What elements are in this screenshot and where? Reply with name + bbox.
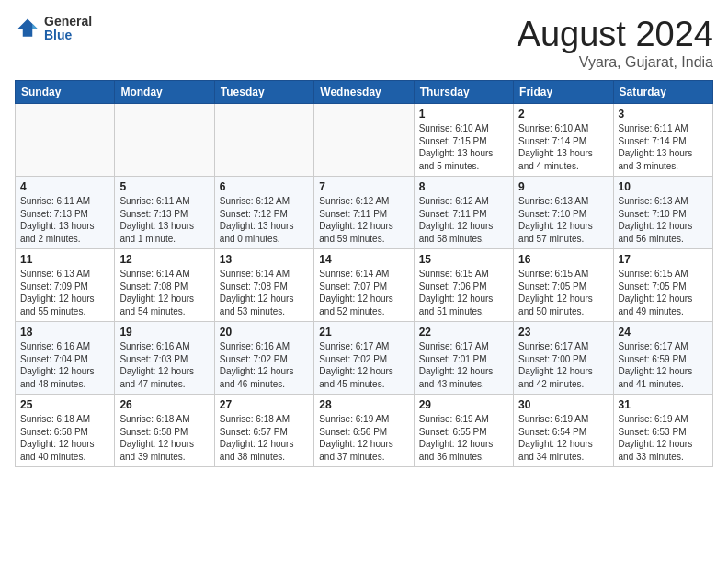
- calendar-table: SundayMondayTuesdayWednesdayThursdayFrid…: [15, 80, 713, 467]
- day-cell: 26Sunrise: 6:18 AM Sunset: 6:58 PM Dayli…: [115, 395, 214, 467]
- svg-marker-1: [32, 24, 37, 29]
- day-info: Sunrise: 6:16 AM Sunset: 7:02 PM Dayligh…: [220, 340, 309, 390]
- day-number: 1: [419, 108, 508, 121]
- day-cell: 22Sunrise: 6:17 AM Sunset: 7:01 PM Dayli…: [414, 322, 513, 395]
- day-cell: 31Sunrise: 6:19 AM Sunset: 6:53 PM Dayli…: [613, 395, 712, 467]
- weekday-header-monday: Monday: [115, 81, 214, 104]
- week-row-1: 1Sunrise: 6:10 AM Sunset: 7:15 PM Daylig…: [16, 104, 713, 177]
- weekday-header-wednesday: Wednesday: [314, 81, 414, 104]
- day-info: Sunrise: 6:16 AM Sunset: 7:04 PM Dayligh…: [20, 340, 109, 390]
- week-row-2: 4Sunrise: 6:11 AM Sunset: 7:13 PM Daylig…: [16, 177, 713, 249]
- day-number: 22: [419, 326, 508, 339]
- day-cell: 24Sunrise: 6:17 AM Sunset: 6:59 PM Dayli…: [613, 322, 712, 395]
- day-info: Sunrise: 6:11 AM Sunset: 7:14 PM Dayligh…: [619, 122, 708, 172]
- day-cell: 5Sunrise: 6:11 AM Sunset: 7:13 PM Daylig…: [115, 177, 214, 249]
- day-cell: 28Sunrise: 6:19 AM Sunset: 6:56 PM Dayli…: [314, 395, 414, 467]
- day-cell: 17Sunrise: 6:15 AM Sunset: 7:05 PM Dayli…: [613, 249, 712, 322]
- day-cell: 13Sunrise: 6:14 AM Sunset: 7:08 PM Dayli…: [214, 249, 313, 322]
- day-number: 23: [518, 326, 608, 339]
- day-number: 26: [119, 398, 209, 411]
- calendar-location: Vyara, Gujarat, India: [518, 54, 713, 71]
- day-number: 12: [119, 253, 209, 266]
- weekday-header-row: SundayMondayTuesdayWednesdayThursdayFrid…: [16, 81, 713, 104]
- day-number: 20: [220, 326, 309, 339]
- day-cell: 9Sunrise: 6:13 AM Sunset: 7:10 PM Daylig…: [514, 177, 613, 249]
- day-cell: [314, 104, 414, 177]
- day-cell: 1Sunrise: 6:10 AM Sunset: 7:15 PM Daylig…: [414, 104, 513, 177]
- title-block: August 2024 Vyara, Gujarat, India: [518, 15, 713, 71]
- day-info: Sunrise: 6:13 AM Sunset: 7:10 PM Dayligh…: [619, 195, 708, 245]
- day-info: Sunrise: 6:11 AM Sunset: 7:13 PM Dayligh…: [119, 195, 209, 245]
- day-cell: 30Sunrise: 6:19 AM Sunset: 6:54 PM Dayli…: [514, 395, 613, 467]
- day-cell: 18Sunrise: 6:16 AM Sunset: 7:04 PM Dayli…: [16, 322, 115, 395]
- day-cell: [214, 104, 313, 177]
- day-info: Sunrise: 6:13 AM Sunset: 7:10 PM Dayligh…: [518, 195, 608, 245]
- day-cell: 16Sunrise: 6:15 AM Sunset: 7:05 PM Dayli…: [514, 249, 613, 322]
- day-info: Sunrise: 6:12 AM Sunset: 7:11 PM Dayligh…: [419, 195, 508, 245]
- day-info: Sunrise: 6:15 AM Sunset: 7:06 PM Dayligh…: [419, 268, 508, 317]
- logo: General Blue: [15, 15, 92, 43]
- day-number: 25: [20, 398, 109, 411]
- logo-icon: [15, 16, 40, 41]
- day-number: 19: [119, 326, 209, 339]
- day-cell: 23Sunrise: 6:17 AM Sunset: 7:00 PM Dayli…: [514, 322, 613, 395]
- day-cell: 4Sunrise: 6:11 AM Sunset: 7:13 PM Daylig…: [16, 177, 115, 249]
- day-info: Sunrise: 6:17 AM Sunset: 7:00 PM Dayligh…: [518, 340, 608, 390]
- day-number: 6: [220, 180, 309, 193]
- day-cell: 10Sunrise: 6:13 AM Sunset: 7:10 PM Dayli…: [613, 177, 712, 249]
- day-cell: 3Sunrise: 6:11 AM Sunset: 7:14 PM Daylig…: [613, 104, 712, 177]
- day-cell: [115, 104, 214, 177]
- day-info: Sunrise: 6:15 AM Sunset: 7:05 PM Dayligh…: [619, 268, 708, 317]
- day-number: 17: [619, 253, 708, 266]
- weekday-header-friday: Friday: [514, 81, 613, 104]
- day-info: Sunrise: 6:15 AM Sunset: 7:05 PM Dayligh…: [518, 268, 608, 317]
- day-info: Sunrise: 6:18 AM Sunset: 6:58 PM Dayligh…: [20, 413, 109, 463]
- day-cell: 25Sunrise: 6:18 AM Sunset: 6:58 PM Dayli…: [16, 395, 115, 467]
- day-info: Sunrise: 6:14 AM Sunset: 7:07 PM Dayligh…: [319, 268, 408, 317]
- day-number: 7: [319, 180, 408, 193]
- day-info: Sunrise: 6:10 AM Sunset: 7:15 PM Dayligh…: [419, 122, 508, 172]
- week-row-4: 18Sunrise: 6:16 AM Sunset: 7:04 PM Dayli…: [16, 322, 713, 395]
- weekday-header-tuesday: Tuesday: [214, 81, 313, 104]
- day-number: 27: [220, 398, 309, 411]
- day-cell: 6Sunrise: 6:12 AM Sunset: 7:12 PM Daylig…: [214, 177, 313, 249]
- weekday-header-sunday: Sunday: [16, 81, 115, 104]
- day-number: 18: [20, 326, 109, 339]
- day-number: 8: [419, 180, 508, 193]
- day-cell: 7Sunrise: 6:12 AM Sunset: 7:11 PM Daylig…: [314, 177, 414, 249]
- day-number: 14: [319, 253, 408, 266]
- day-number: 30: [518, 398, 608, 411]
- day-cell: 27Sunrise: 6:18 AM Sunset: 6:57 PM Dayli…: [214, 395, 313, 467]
- day-number: 13: [220, 253, 309, 266]
- day-number: 9: [518, 180, 608, 193]
- day-number: 31: [619, 398, 708, 411]
- day-info: Sunrise: 6:19 AM Sunset: 6:53 PM Dayligh…: [619, 413, 708, 463]
- day-cell: 21Sunrise: 6:17 AM Sunset: 7:02 PM Dayli…: [314, 322, 414, 395]
- day-info: Sunrise: 6:18 AM Sunset: 6:57 PM Dayligh…: [220, 413, 309, 463]
- day-number: 10: [619, 180, 708, 193]
- day-info: Sunrise: 6:10 AM Sunset: 7:14 PM Dayligh…: [518, 122, 608, 172]
- day-cell: [16, 104, 115, 177]
- day-cell: 19Sunrise: 6:16 AM Sunset: 7:03 PM Dayli…: [115, 322, 214, 395]
- day-cell: 20Sunrise: 6:16 AM Sunset: 7:02 PM Dayli…: [214, 322, 313, 395]
- day-number: 2: [518, 108, 608, 121]
- day-info: Sunrise: 6:19 AM Sunset: 6:56 PM Dayligh…: [319, 413, 408, 463]
- day-cell: 15Sunrise: 6:15 AM Sunset: 7:06 PM Dayli…: [414, 249, 513, 322]
- week-row-5: 25Sunrise: 6:18 AM Sunset: 6:58 PM Dayli…: [16, 395, 713, 467]
- logo-blue-text: Blue: [44, 29, 92, 42]
- day-info: Sunrise: 6:14 AM Sunset: 7:08 PM Dayligh…: [220, 268, 309, 317]
- day-info: Sunrise: 6:14 AM Sunset: 7:08 PM Dayligh…: [119, 268, 209, 317]
- day-info: Sunrise: 6:17 AM Sunset: 6:59 PM Dayligh…: [619, 340, 708, 390]
- day-number: 11: [20, 253, 109, 266]
- day-number: 4: [20, 180, 109, 193]
- day-info: Sunrise: 6:18 AM Sunset: 6:58 PM Dayligh…: [119, 413, 209, 463]
- day-number: 16: [518, 253, 608, 266]
- day-number: 24: [619, 326, 708, 339]
- day-cell: 12Sunrise: 6:14 AM Sunset: 7:08 PM Dayli…: [115, 249, 214, 322]
- day-number: 15: [419, 253, 508, 266]
- day-info: Sunrise: 6:17 AM Sunset: 7:02 PM Dayligh…: [319, 340, 408, 390]
- weekday-header-thursday: Thursday: [414, 81, 513, 104]
- day-cell: 11Sunrise: 6:13 AM Sunset: 7:09 PM Dayli…: [16, 249, 115, 322]
- day-info: Sunrise: 6:16 AM Sunset: 7:03 PM Dayligh…: [119, 340, 209, 390]
- day-info: Sunrise: 6:17 AM Sunset: 7:01 PM Dayligh…: [419, 340, 508, 390]
